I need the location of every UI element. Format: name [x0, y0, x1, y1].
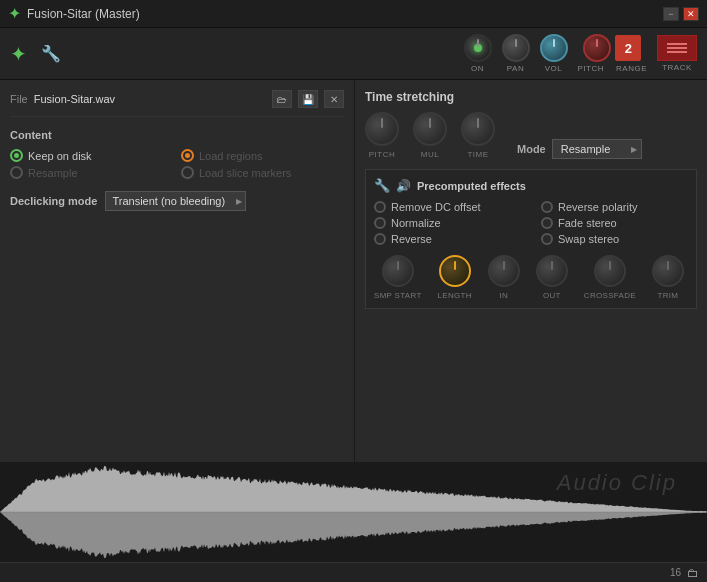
trim-knob[interactable] — [652, 255, 684, 287]
keep-on-disk-option[interactable]: Keep on disk — [10, 149, 173, 162]
ts-pitch-group: PITCH — [365, 112, 399, 159]
swap-stereo-label: Swap stereo — [558, 233, 619, 245]
pitch-range-labels: PITCH RANGE — [578, 64, 647, 73]
right-panel: Time stretching PITCH MUL TI — [355, 80, 707, 462]
file-label: File — [10, 93, 28, 105]
ts-mode-select-wrapper: Resample E3 generic E3 transient Slice A… — [552, 139, 642, 159]
precomputed-wrench-icon: 🔧 — [374, 178, 390, 193]
toolbar: ✦ 🔧 ON PAN VOL 2 PITCH — [0, 28, 707, 80]
swap-stereo-radio[interactable] — [541, 233, 553, 245]
out-knob[interactable] — [536, 255, 568, 287]
pan-control: PAN — [502, 34, 530, 73]
waveform-info: 16 — [670, 567, 681, 578]
fade-stereo-radio[interactable] — [541, 217, 553, 229]
resample-option[interactable]: Resample — [10, 166, 173, 179]
window-controls: − ✕ — [663, 7, 699, 21]
length-knob[interactable] — [439, 255, 471, 287]
range-badge[interactable]: 2 — [615, 35, 641, 61]
time-stretching-controls: PITCH MUL TIME Mode — [365, 112, 697, 159]
content-options: Keep on disk Load regions Resample Load … — [10, 149, 344, 179]
smp-start-knob[interactable] — [382, 255, 414, 287]
declicking-row: Declicking mode Transient (no bleeding) … — [10, 191, 344, 211]
title-bar-left: ✦ Fusion-Sitar (Master) — [8, 4, 140, 23]
keep-on-disk-radio[interactable] — [10, 149, 23, 162]
minimize-button[interactable]: − — [663, 7, 679, 21]
declicking-label: Declicking mode — [10, 195, 97, 207]
in-label: IN — [500, 291, 509, 300]
vol-label: VOL — [545, 64, 563, 73]
normalize-radio[interactable] — [374, 217, 386, 229]
in-group: IN — [488, 255, 520, 300]
reverse-label: Reverse — [391, 233, 432, 245]
keep-on-disk-label: Keep on disk — [28, 150, 92, 162]
waveform-folder-icon[interactable]: 🗀 — [687, 566, 699, 580]
effect-normalize: Normalize — [374, 217, 521, 229]
ts-time-group: TIME — [461, 112, 495, 159]
file-save-button[interactable]: 💾 — [298, 90, 318, 108]
track-label: TRACK — [662, 63, 692, 72]
declicking-select[interactable]: Transient (no bleeding) Transient Smooth… — [105, 191, 246, 211]
pitch-label: PITCH — [578, 64, 605, 73]
reverse-polarity-radio[interactable] — [541, 201, 553, 213]
ts-knobs: PITCH MUL TIME — [365, 112, 495, 159]
crossfade-knob[interactable] — [594, 255, 626, 287]
load-slice-radio[interactable] — [181, 166, 194, 179]
effect-fade-stereo: Fade stereo — [541, 217, 688, 229]
pan-knob[interactable] — [502, 34, 530, 62]
pan-label: PAN — [507, 64, 524, 73]
load-slice-label: Load slice markers — [199, 167, 291, 179]
ts-mul-group: MUL — [413, 112, 447, 159]
track-control: TRACK — [657, 35, 697, 72]
vol-control: VOL — [540, 34, 568, 73]
left-panel: File Fusion-Sitar.wav 🗁 💾 ✕ Content Keep… — [0, 80, 355, 462]
effect-remove-dc: Remove DC offset — [374, 201, 521, 213]
content-area: File Fusion-Sitar.wav 🗁 💾 ✕ Content Keep… — [0, 80, 707, 462]
app-logo-icon: ✦ — [8, 4, 21, 23]
ts-pitch-knob[interactable] — [365, 112, 399, 146]
precomputed-speaker-icon: 🔊 — [396, 179, 411, 193]
app-window: ✦ Fusion-Sitar (Master) − ✕ ✦ 🔧 ON PAN V… — [0, 0, 707, 582]
file-open-button[interactable]: 🗁 — [272, 90, 292, 108]
file-close-button[interactable]: ✕ — [324, 90, 344, 108]
range-label: RANGE — [616, 64, 647, 73]
trim-group: TRIM — [652, 255, 684, 300]
pitch-knob[interactable] — [583, 34, 611, 62]
load-slice-option[interactable]: Load slice markers — [181, 166, 344, 179]
window-title: Fusion-Sitar (Master) — [27, 7, 140, 21]
close-button[interactable]: ✕ — [683, 7, 699, 21]
smp-start-group: SMP START — [374, 255, 422, 300]
remove-dc-label: Remove DC offset — [391, 201, 481, 213]
resample-radio[interactable] — [10, 166, 23, 179]
on-label: ON — [471, 64, 484, 73]
track-button[interactable] — [657, 35, 697, 61]
on-knob[interactable] — [464, 34, 492, 62]
audio-clip-label: Audio Clip — [557, 470, 677, 496]
ts-mode-label: Mode — [517, 143, 546, 155]
file-name: Fusion-Sitar.wav — [34, 93, 266, 105]
vol-knob[interactable] — [540, 34, 568, 62]
precomputed-title: Precomputed effects — [417, 180, 526, 192]
waveform-area: Audio Clip 16 🗀 — [0, 462, 707, 582]
ts-mul-label: MUL — [421, 150, 439, 159]
ts-time-knob[interactable] — [461, 112, 495, 146]
load-regions-option[interactable]: Load regions — [181, 149, 344, 162]
load-regions-label: Load regions — [199, 150, 263, 162]
declicking-wrapper: Transient (no bleeding) Transient Smooth… — [105, 191, 246, 211]
in-knob[interactable] — [488, 255, 520, 287]
reverse-radio[interactable] — [374, 233, 386, 245]
ts-mul-knob[interactable] — [413, 112, 447, 146]
ts-mode-select[interactable]: Resample E3 generic E3 transient Slice A… — [552, 139, 642, 159]
reverse-polarity-label: Reverse polarity — [558, 201, 637, 213]
precomputed-header: 🔧 🔊 Precomputed effects — [374, 178, 688, 193]
load-regions-radio[interactable] — [181, 149, 194, 162]
normalize-label: Normalize — [391, 217, 441, 229]
length-group: LENGTH — [438, 255, 472, 300]
ts-time-label: TIME — [467, 150, 488, 159]
toolbar-wrench-icon[interactable]: 🔧 — [41, 44, 61, 63]
time-stretching-title: Time stretching — [365, 90, 697, 104]
effects-grid: Remove DC offset Reverse polarity Normal… — [374, 201, 688, 245]
track-line-1 — [667, 43, 687, 45]
track-line-3 — [667, 51, 687, 53]
remove-dc-radio[interactable] — [374, 201, 386, 213]
smp-start-label: SMP START — [374, 291, 422, 300]
